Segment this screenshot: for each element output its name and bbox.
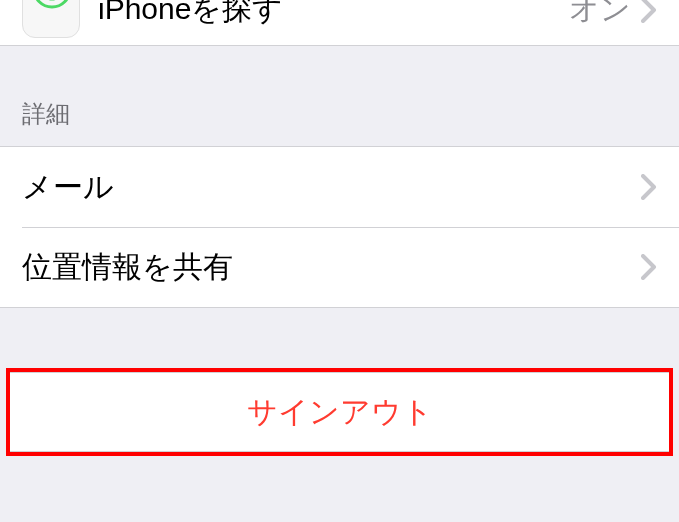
mail-label: メール [22, 167, 641, 208]
details-list: メール 位置情報を共有 [0, 146, 679, 308]
details-section-header: 詳細 [0, 46, 679, 146]
signout-button[interactable]: サインアウト [10, 372, 669, 452]
chevron-right-icon [641, 254, 657, 280]
find-my-iphone-label: iPhoneを探す [98, 0, 569, 30]
chevron-right-icon [641, 0, 657, 23]
chevron-right-icon [641, 174, 657, 200]
share-location-row[interactable]: 位置情報を共有 [0, 227, 679, 307]
find-my-iphone-value: オン [569, 0, 631, 30]
svg-point-0 [34, 0, 70, 7]
signout-highlight: サインアウト [6, 368, 673, 456]
find-my-iphone-row[interactable]: iPhoneを探す オン [0, 0, 679, 46]
mail-row[interactable]: メール [0, 147, 679, 227]
find-my-iphone-icon [22, 0, 80, 38]
share-location-label: 位置情報を共有 [22, 247, 641, 288]
